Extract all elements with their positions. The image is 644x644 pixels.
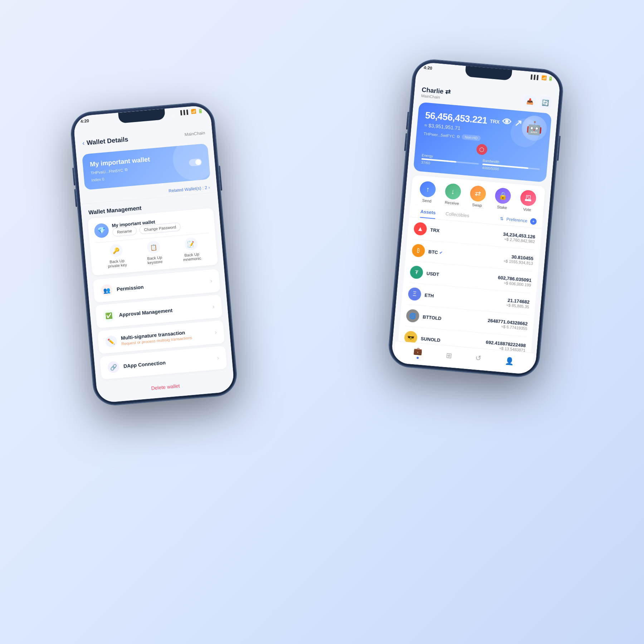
right-volume-down-button[interactable] [404, 133, 407, 151]
send-icon: ↑ [419, 181, 436, 198]
multisig-chevron: › [215, 329, 217, 336]
send-label: Send [422, 198, 432, 203]
wallet-management-card: 💎 My important wallet Rename Change Pass… [88, 208, 218, 275]
add-asset-button[interactable]: + [530, 218, 537, 225]
robot-illustration: 🤖 [521, 114, 548, 142]
preference-label: Preference [506, 216, 528, 223]
balance-card: 56,456,453.221 TRX 👁 ↗ ≈ $3,951,951.71 T… [413, 102, 552, 182]
nav-profile[interactable]: 👤 [505, 356, 514, 366]
wallet-info: My important wallet Rename Change Passwo… [112, 214, 209, 236]
sort-icon: ⇅ [500, 216, 504, 221]
energy-resource: Energy 37/60 [421, 153, 479, 169]
copy-icon[interactable]: ⧉ [125, 167, 128, 172]
eth-values: 21.174682 ≈$ 85,885.35 [506, 297, 530, 309]
receive-icon: ↓ [444, 183, 462, 200]
btc-values: 30.810455 ≈$ 1555,934,813 [503, 253, 534, 265]
scan-header-button[interactable]: 🔄 [540, 96, 552, 109]
stake-action[interactable]: 🔒 Stake [494, 187, 512, 210]
dapp-label: DApp Connection [123, 356, 213, 369]
right-phone: 4:20 ▌▌▌ 📶 🔋 Charlie ⇄ MainChain 📥 [387, 58, 564, 378]
stake-icon: 🔒 [494, 187, 512, 205]
signal-icon: ▌▌▌ [180, 109, 190, 115]
right-status-time: 4:20 [424, 65, 433, 71]
wallet-toggle[interactable] [189, 158, 202, 166]
power-button[interactable] [219, 166, 222, 191]
permission-text: Permission [116, 279, 206, 292]
nav-profile-icon: 👤 [505, 356, 514, 366]
dashboard-screen: 4:20 ▌▌▌ 📶 🔋 Charlie ⇄ MainChain 📥 [391, 62, 561, 375]
approval-label: Approval Management [119, 304, 209, 318]
wifi-icon: 📶 [191, 109, 196, 114]
tab-assets[interactable]: Assets [415, 205, 441, 219]
hd-badge: Non-HD [462, 134, 480, 141]
status-icons: ▌▌▌ 📶 🔋 [180, 108, 203, 115]
vote-action[interactable]: 🗳 Vote [519, 190, 537, 213]
backup-keystore-icon: 📋 [147, 240, 161, 254]
nav-wallet[interactable]: ⊞ [445, 351, 452, 360]
right-battery-icon: 🔋 [548, 76, 553, 81]
receive-label: Receive [445, 200, 459, 205]
battery-icon: 🔋 [197, 108, 203, 114]
right-volume-up-button[interactable] [406, 112, 409, 130]
volume-up-button[interactable] [72, 168, 75, 186]
usdt-name: USDT [426, 270, 439, 277]
user-info: Charlie ⇄ MainChain [421, 86, 451, 100]
bttold-values: 2648771.04328662 ≈$ 6.77419355 [487, 318, 528, 331]
btc-icon: ₿ [411, 244, 425, 258]
vote-label: Vote [523, 207, 531, 212]
multisig-icon: ✏️ [105, 335, 118, 348]
approval-text: Approval Management [119, 304, 209, 318]
copy-addr-icon[interactable]: ⧉ [457, 134, 460, 139]
header-action-icons: 📥 🔄 [524, 95, 552, 109]
status-time: 4:20 [80, 118, 89, 124]
nav-assets[interactable]: 💼 [413, 346, 423, 359]
left-screen: 4:20 ▌▌▌ 📶 🔋 ‹ Wallet Details MainChain [73, 105, 235, 403]
dapp-icon: 🔗 [107, 361, 120, 374]
permission-icon: 👥 [101, 284, 113, 297]
usdt-values: 602,786.035091 ≈$ 606,000.199 [497, 275, 532, 287]
right-screen: 4:20 ▌▌▌ 📶 🔋 Charlie ⇄ MainChain 📥 [391, 62, 561, 375]
backup-private-key[interactable]: 🔑 Back Up private key [106, 243, 127, 268]
dapp-text: DApp Connection [123, 356, 213, 369]
nav-wallet-icon: ⊞ [445, 351, 452, 360]
backup-options: 🔑 Back Up private key 📋 Back Up keystore… [96, 233, 212, 269]
right-status-icons: ▌▌▌ 📶 🔋 [531, 74, 553, 81]
multisig-text: Multi-signature transaction Request or p… [121, 327, 211, 346]
header-left: ‹ Wallet Details [82, 136, 128, 147]
nav-history[interactable]: ↺ [475, 353, 482, 362]
backup-mnemonic-label: Back Up mnemonic [182, 252, 201, 262]
dapp-chevron: › [217, 355, 219, 361]
backup-mnemonic-icon: 📝 [184, 237, 198, 251]
chain-label: MainChain [184, 130, 205, 137]
nav-active-dot [416, 357, 419, 359]
right-power-button[interactable] [557, 136, 561, 161]
send-action[interactable]: ↑ Send [419, 181, 436, 204]
assets-list: ▲ TRX 34,234,453.126 ≈$ 2,760,842,982 ₿ … [398, 217, 542, 353]
receive-action[interactable]: ↓ Receive [444, 183, 462, 206]
swap-label: Swap [472, 203, 482, 208]
backup-key-label: Back Up private key [107, 258, 127, 269]
backup-keystore-label: Back Up keystore [147, 255, 163, 265]
preference-button[interactable]: ⇅ Preference + [500, 215, 537, 225]
stake-label: Stake [497, 205, 507, 210]
wallet-card: My important wallet THPvaU...Fhn5YC ⧉ In… [82, 143, 210, 190]
bttold-icon: 🌀 [406, 309, 420, 323]
receive-header-button[interactable]: 📥 [524, 95, 536, 108]
expand-button[interactable]: ↗ [514, 117, 522, 129]
approval-chevron: › [212, 303, 215, 310]
backup-mnemonic[interactable]: 📝 Back Up mnemonic [181, 237, 201, 262]
approval-icon: ✅ [103, 309, 115, 322]
volume-down-button[interactable] [74, 189, 77, 207]
rename-button[interactable]: Rename [112, 226, 137, 237]
backup-key-icon: 🔑 [109, 244, 123, 258]
trx-name: TRX [430, 227, 440, 233]
balance-currency: TRX [490, 118, 500, 125]
btc-name: BTC ✔ [428, 249, 443, 255]
swap-action[interactable]: ⇄ Swap [469, 185, 487, 208]
permission-label: Permission [116, 279, 206, 292]
backup-keystore[interactable]: 📋 Back Up keystore [146, 240, 162, 265]
bttold-name: BTTOLD [423, 314, 442, 321]
page-title: Wallet Details [86, 136, 128, 147]
hide-balance-button[interactable]: 👁 [502, 116, 512, 128]
back-button[interactable]: ‹ [82, 140, 85, 147]
